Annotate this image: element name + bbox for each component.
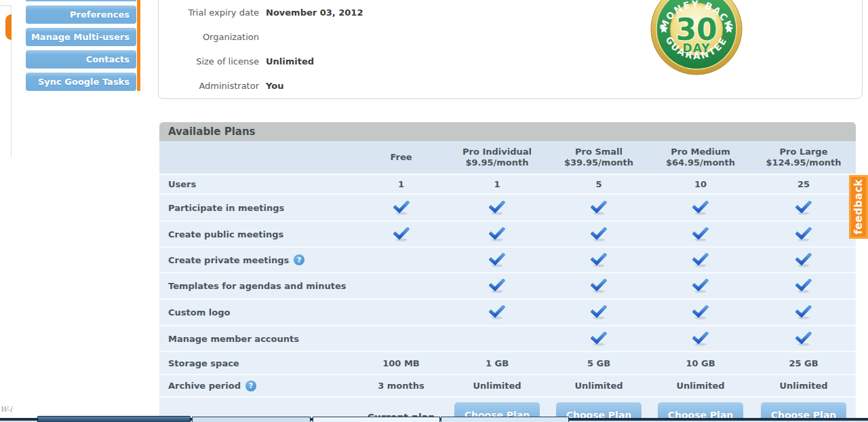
check-icon	[393, 227, 410, 242]
table-row-templates-for-agendas-and-minutes: Templates for agendas and minutes	[159, 272, 856, 299]
plan-value: 100 MB	[382, 358, 420, 368]
plan-value: Unlimited	[779, 381, 827, 391]
plan-value-cell	[446, 195, 548, 220]
plan-value-cell	[446, 248, 548, 272]
check-icon	[795, 332, 812, 346]
background-window-tab[interactable]	[313, 417, 440, 422]
feedback-tab-label: feedback	[852, 179, 865, 234]
feature-label: Templates for agendas and minutes	[168, 281, 347, 291]
sidebar-accent-bar	[137, 0, 140, 91]
sidebar-item-manage-multi-users[interactable]: Manage Multi-users	[26, 28, 136, 46]
check-icon	[692, 332, 709, 346]
plan-value-cell	[356, 248, 446, 272]
plan-value: Unlimited	[676, 381, 724, 391]
plan-name: Pro Small	[575, 147, 623, 157]
plan-column-header-pro-individual: Pro Individual$9.95/month	[446, 141, 548, 174]
plan-value-cell	[446, 300, 548, 325]
plan-value-cell: 5	[548, 175, 650, 193]
plan-value-cell: 1 GB	[446, 352, 548, 374]
account-field-label: Organization	[159, 32, 259, 42]
account-field-row: Trial expiry dateNovember 03, 2012	[159, 0, 862, 24]
feature-cell: Create public meetings	[159, 222, 356, 246]
feature-label: Storage space	[168, 358, 239, 368]
feature-cell: Templates for agendas and minutes	[159, 273, 356, 299]
sidebar-buttons: PreferencesManage Multi-usersContactsSyn…	[26, 5, 136, 95]
plan-value-cell	[650, 326, 751, 351]
plan-name: Pro Large	[780, 147, 828, 157]
plan-name: Pro Individual	[462, 147, 532, 157]
plan-value-cell: 25	[751, 175, 856, 193]
account-field-label: Trial expiry date	[159, 7, 259, 18]
plan-value-cell	[356, 222, 446, 246]
table-row-create-public-meetings: Create public meetings	[159, 220, 856, 246]
plan-value-cell	[356, 326, 446, 351]
table-row-participate-in-meetings: Participate in meetings	[159, 193, 856, 220]
plan-value-cell	[751, 326, 856, 351]
sidebar-item-contacts[interactable]: Contacts	[26, 50, 136, 69]
plan-value-cell: 10	[650, 175, 751, 193]
feature-cell: Create private meetings?	[159, 248, 356, 272]
plan-price: $39.95/month	[564, 157, 633, 168]
panel-collapse-handle[interactable]	[5, 14, 12, 40]
plans-header-feature-cell	[159, 141, 356, 174]
available-plans-title: Available Plans	[159, 122, 856, 141]
check-icon	[489, 201, 505, 215]
account-field-row: Size of licenseUnlimited	[159, 49, 862, 73]
feature-cell: Archive period?	[159, 375, 356, 396]
sidebar-item-preferences[interactable]: Preferences	[26, 5, 136, 24]
plan-value-cell: 1	[356, 175, 446, 193]
handwriting-fragment: W-i	[0, 405, 12, 414]
plan-value: 10 GB	[686, 358, 715, 368]
plan-value-cell	[650, 300, 751, 325]
feedback-tab[interactable]: feedback	[849, 175, 868, 239]
plans-header-row: FreePro Individual$9.95/monthPro Small$3…	[159, 141, 856, 174]
check-icon	[393, 201, 410, 215]
plan-value: 5	[595, 179, 601, 189]
sidebar-item-partial[interactable]	[26, 0, 136, 1]
plan-value-cell	[356, 300, 446, 325]
sidebar-item-sync-google-tasks[interactable]: Sync Google Tasks	[26, 73, 136, 91]
feature-cell: Users	[159, 175, 356, 193]
plan-value-cell	[356, 195, 446, 220]
help-icon[interactable]: ?	[294, 254, 304, 265]
help-icon[interactable]: ?	[245, 381, 256, 391]
feature-cell: Manage member accounts	[159, 326, 356, 351]
plans-table-body: Users1151025Participate in meetings	[159, 174, 856, 396]
account-field-label: Administrator	[159, 81, 259, 91]
check-icon	[795, 305, 812, 320]
check-icon	[795, 227, 812, 242]
background-window-tab[interactable]	[441, 417, 569, 422]
plan-value-cell	[650, 273, 751, 299]
feature-label: Custom logo	[168, 307, 230, 318]
check-icon	[591, 253, 607, 267]
plan-value: 1	[494, 179, 500, 189]
table-row-users: Users1151025	[159, 174, 856, 193]
check-icon	[591, 332, 607, 346]
background-window-tab[interactable]	[192, 417, 311, 422]
plan-column-header-pro-large: Pro Large$124.95/month	[751, 141, 856, 174]
check-icon	[692, 201, 709, 215]
plan-value-cell	[751, 248, 856, 272]
plan-value: 10	[694, 179, 707, 189]
plan-value-cell: 100 MB	[356, 352, 446, 374]
table-row-manage-member-accounts: Manage member accounts	[159, 325, 856, 351]
check-icon	[591, 201, 607, 215]
plan-value-cell	[751, 273, 856, 299]
plan-value-cell: Unlimited	[650, 375, 751, 396]
plan-value-cell	[446, 222, 548, 246]
plan-value-cell	[751, 195, 856, 220]
table-row-storage-space: Storage space100 MB1 GB5 GB10 GB25 GB	[159, 351, 856, 374]
background-window-tab-active[interactable]	[37, 416, 191, 422]
check-icon	[489, 305, 505, 320]
plan-value: 1	[398, 179, 404, 189]
check-icon	[591, 305, 607, 320]
plan-column-header-free: Free	[356, 141, 446, 174]
table-row-archive-period: Archive period?3 monthsUnlimitedUnlimite…	[159, 374, 856, 396]
plan-value-cell	[548, 300, 650, 325]
plan-name: Free	[390, 152, 412, 163]
check-icon	[489, 279, 505, 293]
plan-column-header-pro-medium: Pro Medium$64.95/month	[650, 141, 751, 174]
feature-label: Archive period	[168, 381, 241, 391]
plan-value-cell	[650, 195, 751, 220]
table-row-create-private-meetings: Create private meetings?	[159, 246, 856, 272]
